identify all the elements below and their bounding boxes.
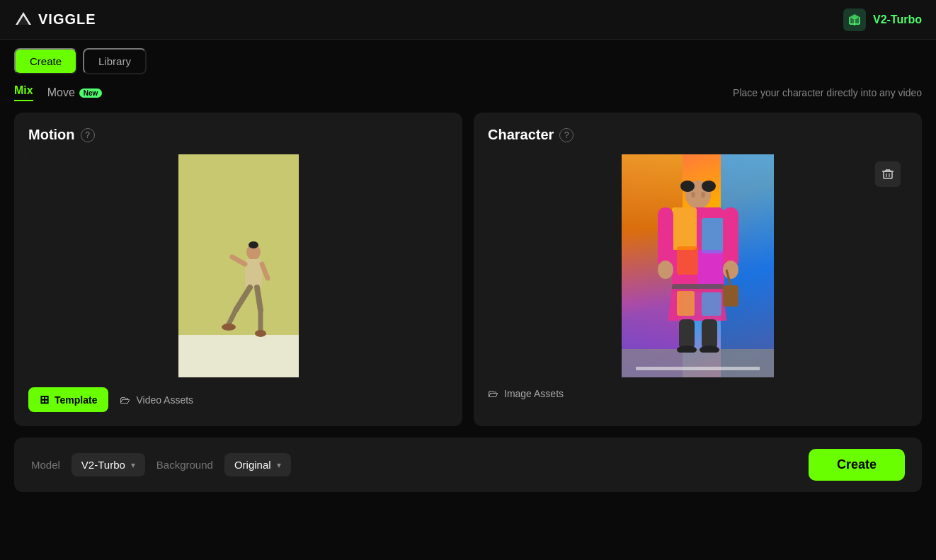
character-media-area[interactable] — [488, 154, 908, 377]
background-value: Original — [234, 459, 271, 471]
topbar-right: V2-Turbo — [843, 8, 922, 31]
motion-panel-header: Motion ? — [28, 127, 448, 143]
cube-icon — [843, 8, 866, 31]
svg-rect-10 — [245, 259, 262, 287]
template-button[interactable]: ⊞ Template — [28, 387, 108, 412]
character-help-icon[interactable]: ? — [559, 128, 573, 142]
svg-point-9 — [249, 241, 258, 248]
svg-point-21 — [702, 181, 716, 192]
image-assets-button[interactable]: 🗁 Image Assets — [488, 387, 564, 399]
character-panel-header: Character ? — [488, 127, 908, 143]
svg-line-12 — [262, 264, 268, 278]
svg-rect-43 — [884, 171, 892, 178]
trash-icon — [881, 168, 894, 181]
svg-rect-34 — [723, 207, 738, 268]
viggle-logo-icon — [14, 11, 33, 29]
logo: VIGGLE — [14, 11, 96, 29]
library-tab[interactable]: Library — [83, 48, 147, 74]
motion-title: Motion — [28, 127, 75, 143]
svg-point-18 — [255, 330, 266, 337]
svg-line-13 — [236, 287, 250, 310]
move-label: Move — [47, 86, 75, 99]
video-assets-label: Video Assets — [136, 394, 193, 406]
svg-rect-37 — [723, 285, 738, 307]
svg-rect-31 — [677, 291, 695, 316]
svg-rect-28 — [698, 250, 723, 289]
subnav-description: Place your character directly into any v… — [733, 87, 922, 98]
model-dropdown[interactable]: V2-Turbo ▾ — [72, 453, 145, 476]
motion-panel-footer: ⊞ Template 🗁 Video Assets — [28, 387, 448, 412]
svg-rect-26 — [702, 218, 724, 253]
svg-rect-40 — [702, 319, 717, 349]
svg-line-15 — [257, 287, 261, 310]
svg-point-20 — [680, 181, 695, 192]
version-text: V2-Turbo — [873, 13, 922, 26]
background-label: Background — [156, 459, 213, 471]
svg-point-22 — [691, 192, 695, 198]
create-tab[interactable]: Create — [14, 48, 77, 74]
new-badge: New — [79, 88, 103, 98]
svg-rect-39 — [679, 319, 695, 349]
panels-row: Motion ? — [14, 113, 922, 426]
bottom-bar: Model V2-Turbo ▾ Background Original ▾ C… — [14, 438, 922, 492]
folder-icon: 🗁 — [120, 394, 130, 406]
background-chevron-icon: ▾ — [277, 460, 281, 470]
svg-point-36 — [723, 261, 738, 279]
video-assets-button[interactable]: 🗁 Video Assets — [120, 394, 193, 406]
svg-point-17 — [222, 324, 236, 331]
create-button[interactable]: Create — [809, 449, 905, 481]
logo-text: VIGGLE — [38, 11, 96, 28]
motion-media-area[interactable] — [28, 154, 448, 377]
mix-tab[interactable]: Mix — [14, 84, 33, 101]
folder-icon-char: 🗁 — [488, 387, 498, 399]
motion-panel: Motion ? — [14, 113, 462, 426]
character-delete-button[interactable] — [875, 161, 901, 187]
model-chevron-icon: ▾ — [131, 460, 135, 470]
move-tab[interactable]: Move New — [47, 86, 103, 99]
main-content: Motion ? — [0, 101, 936, 503]
character-title: Character — [488, 127, 554, 143]
version-badge: V2-Turbo — [873, 13, 922, 26]
character-panel: Character ? — [474, 113, 922, 426]
svg-line-11 — [232, 257, 245, 264]
template-label: Template — [55, 394, 97, 406]
svg-rect-32 — [702, 292, 721, 316]
model-value: V2-Turbo — [81, 459, 125, 471]
topbar: VIGGLE V2-Turbo — [0, 0, 936, 40]
svg-line-14 — [229, 310, 236, 324]
motion-help-icon[interactable]: ? — [81, 128, 95, 142]
mix-move-nav: Mix Move New Place your character direct… — [0, 84, 936, 101]
svg-point-23 — [701, 192, 705, 198]
character-panel-footer: 🗁 Image Assets — [488, 387, 908, 399]
background-dropdown[interactable]: Original ▾ — [224, 453, 291, 476]
model-label: Model — [31, 459, 60, 471]
svg-rect-33 — [658, 207, 673, 268]
svg-point-35 — [658, 261, 673, 279]
svg-rect-25 — [672, 207, 697, 250]
image-assets-label: Image Assets — [504, 388, 564, 399]
svg-rect-27 — [677, 246, 698, 275]
template-icon: ⊞ — [40, 393, 49, 406]
